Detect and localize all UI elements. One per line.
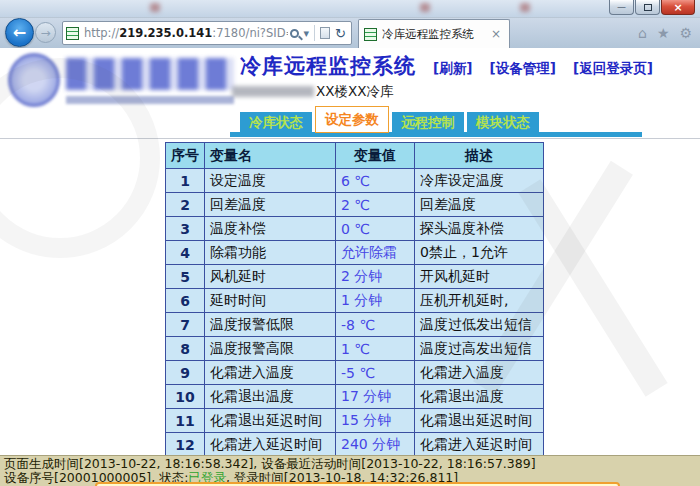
tab-title: 冷库远程监控系统 [382, 27, 488, 42]
param-row[interactable]: 4 除霜功能 允许除霜 0禁止，1允许 [166, 241, 544, 265]
tab-cold-storage-status[interactable]: 冷库状态 [240, 112, 312, 133]
glass-blur-decoration [420, 3, 430, 12]
cell-index: 1 [166, 169, 205, 193]
close-window-button[interactable]: × [661, 0, 695, 15]
browser-tab[interactable]: 冷库远程监控系统 × [358, 19, 510, 48]
site-favicon-icon [66, 27, 79, 40]
parameters-table: 序号 变量名 变量值 描述 1 设定温度 6 ℃ 冷库设定温度 2 回差温度 2… [165, 142, 544, 455]
glass-blur-decoration [150, 3, 160, 12]
refresh-icon[interactable]: ↻ [335, 26, 346, 41]
cell-name: 化霜退出温度 [205, 385, 336, 409]
cell-desc: 温度过低发出短信 [415, 313, 544, 337]
param-row[interactable]: 12 化霜进入延迟时间 240 分钟 化霜进入延迟时间 [166, 433, 544, 456]
col-header-index: 序号 [166, 143, 205, 169]
param-row[interactable]: 8 温度报警高限 1 ℃ 温度过高发出短信 [166, 337, 544, 361]
param-row[interactable]: 2 回差温度 2 ℃ 回差温度 [166, 193, 544, 217]
cold-storage-location: XX楼XX冷库 [316, 83, 394, 101]
param-row[interactable]: 6 延时时间 1 分钟 压机开机延时, [166, 289, 544, 313]
cell-desc: 开风机延时 [415, 265, 544, 289]
home-icon[interactable]: ⌂ [638, 24, 647, 42]
divider [0, 138, 700, 139]
back-arrow-icon: ← [13, 23, 26, 42]
maximize-icon [644, 4, 652, 11]
university-logo-caption [66, 96, 234, 104]
search-icon[interactable] [290, 29, 299, 38]
forward-button[interactable]: → [35, 22, 56, 43]
cell-index: 12 [166, 433, 205, 456]
status-footer: 页面生成时间[2013-10-22, 18:16:58.342], 设备最近活动… [0, 455, 700, 486]
cell-desc: 化霜退出延迟时间 [415, 409, 544, 433]
cell-index: 3 [166, 217, 205, 241]
cell-value[interactable]: 0 ℃ [336, 217, 415, 241]
param-row[interactable]: 10 化霜退出温度 17 分钟 化霜退出温度 [166, 385, 544, 409]
tab-favicon-icon [364, 28, 377, 41]
cell-desc: 回差温度 [415, 193, 544, 217]
cell-index: 11 [166, 409, 205, 433]
close-icon: × [673, 1, 682, 14]
cell-value[interactable]: 1 ℃ [336, 337, 415, 361]
param-row[interactable]: 5 风机延时 2 分钟 开风机延时 [166, 265, 544, 289]
cell-name: 温度补偿 [205, 217, 336, 241]
university-logo-seal [8, 53, 60, 107]
cell-index: 2 [166, 193, 205, 217]
tab-close-icon[interactable]: × [488, 27, 504, 41]
cell-value[interactable]: 6 ℃ [336, 169, 415, 193]
cell-value[interactable]: 240 分钟 [336, 433, 415, 456]
param-row[interactable]: 9 化霜进入温度 -5 ℃ 化霜进入温度 [166, 361, 544, 385]
back-button[interactable]: ← [5, 18, 34, 47]
param-row[interactable]: 7 温度报警低限 -8 ℃ 温度过低发出短信 [166, 313, 544, 337]
cell-desc: 化霜进入延迟时间 [415, 433, 544, 456]
col-header-desc: 描述 [415, 143, 544, 169]
page-content: 冷库远程监控系统 [刷新] [设备管理] [返回登录页] XX楼XX冷库 冷库状… [0, 48, 700, 455]
tab-remote-control[interactable]: 远程控制 [392, 112, 464, 133]
cell-value[interactable]: 允许除霜 [336, 241, 415, 265]
cell-name: 化霜进入温度 [205, 361, 336, 385]
back-to-login-link[interactable]: [返回登录页] [573, 60, 653, 76]
cell-value[interactable]: 2 分钟 [336, 265, 415, 289]
browser-toolbar: ← → http://219.235.0.141:7180/ni?SID=C15… [0, 18, 700, 48]
cell-name: 温度报警低限 [205, 313, 336, 337]
url-text[interactable]: http://219.235.0.141:7180/ni?SID=C15 [84, 26, 288, 40]
cell-name: 设定温度 [205, 169, 336, 193]
cell-index: 5 [166, 265, 205, 289]
cell-value[interactable]: 2 ℃ [336, 193, 415, 217]
cell-value[interactable]: 15 分钟 [336, 409, 415, 433]
param-row[interactable]: 3 温度补偿 0 ℃ 探头温度补偿 [166, 217, 544, 241]
cell-name: 化霜进入延迟时间 [205, 433, 336, 456]
cell-desc: 化霜退出温度 [415, 385, 544, 409]
censored-text [232, 86, 314, 97]
cell-name: 温度报警高限 [205, 337, 336, 361]
table-header-row: 序号 变量名 变量值 描述 [166, 143, 544, 169]
device-management-link[interactable]: [设备管理] [490, 60, 556, 76]
param-row[interactable]: 11 化霜退出延迟时间 15 分钟 化霜退出延迟时间 [166, 409, 544, 433]
window-titlebar[interactable]: — × [0, 0, 700, 18]
favorites-star-icon[interactable]: ★ [657, 24, 670, 42]
cell-name: 延时时间 [205, 289, 336, 313]
tab-module-status[interactable]: 模块状态 [467, 112, 539, 133]
minimize-icon: — [617, 2, 626, 12]
compatibility-view-icon[interactable] [320, 27, 330, 39]
col-header-value: 变量值 [336, 143, 415, 169]
cell-name: 除霜功能 [205, 241, 336, 265]
minimize-button[interactable]: — [609, 0, 634, 15]
cell-value[interactable]: 17 分钟 [336, 385, 415, 409]
cell-value[interactable]: -8 ℃ [336, 313, 415, 337]
cell-desc: 探头温度补偿 [415, 217, 544, 241]
refresh-link[interactable]: [刷新] [433, 60, 472, 76]
col-header-name: 变量名 [205, 143, 336, 169]
address-bar[interactable]: http://219.235.0.141:7180/ni?SID=C15 ▾ ↻ [62, 21, 352, 45]
tab-underline-bar [230, 132, 642, 137]
tab-set-parameters[interactable]: 设定参数 [315, 106, 389, 133]
maximize-button[interactable] [635, 0, 660, 15]
cell-name: 化霜退出延迟时间 [205, 409, 336, 433]
settings-gear-icon[interactable]: ⚙ [679, 24, 692, 42]
cell-index: 6 [166, 289, 205, 313]
param-row[interactable]: 1 设定温度 6 ℃ 冷库设定温度 [166, 169, 544, 193]
nav-tabs: 冷库状态 设定参数 远程控制 模块状态 [240, 106, 539, 133]
cell-desc: 压机开机延时, [415, 289, 544, 313]
cell-value[interactable]: -5 ℃ [336, 361, 415, 385]
dropdown-icon[interactable]: ▾ [304, 27, 310, 40]
cell-name: 风机延时 [205, 265, 336, 289]
cell-index: 8 [166, 337, 205, 361]
cell-value[interactable]: 1 分钟 [336, 289, 415, 313]
